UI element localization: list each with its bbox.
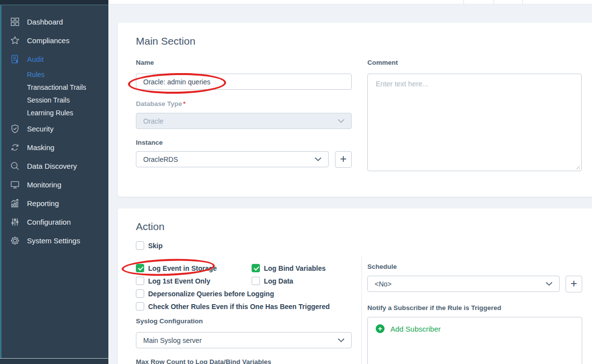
name-input[interactable] [136,74,352,90]
checkbox-depersonalize-queries[interactable]: Depersonalize Queries before Logging [136,289,274,298]
chevron-down-icon [338,338,344,342]
checkbox-log-event-in-storage[interactable]: Log Event in Storage [136,264,217,272]
checkbox-box [136,241,144,250]
instance-label: Instance [136,139,163,146]
monitoring-icon [10,180,20,189]
checkbox-log-bind-variables[interactable]: Log Bind Variables [252,264,326,272]
audit-icon [10,54,20,64]
masking-icon [10,143,20,152]
sidebar-item-reporting[interactable]: Reporting [0,194,108,212]
schedule-select[interactable]: <No> [367,276,560,292]
sidebar-item-data-discovery[interactable]: Data Discovery [0,156,108,175]
comment-label: Comment [367,59,398,66]
main-section-card: Main Section Name Database Type* Oracle … [118,23,592,197]
plus-icon: + [340,154,346,165]
sidebar-item-rules[interactable]: Rules [0,68,108,81]
syslog-configuration-select[interactable]: Main Syslog server [136,332,352,348]
data-discovery-icon [10,161,20,171]
sidebar-item-monitoring[interactable]: Monitoring [0,175,108,194]
max-row-count-label: Max Row Count to Log Data/Bind Variables [136,358,271,364]
security-icon [10,124,20,133]
comment-textarea[interactable] [367,74,582,171]
action-section-card: Action Skip Log Event in Storage Log 1st… [118,208,592,364]
instance-select[interactable]: OracleRDS [136,151,329,167]
checkbox-check-other-rules[interactable]: Check Other Rules Even if this One Has B… [136,302,330,311]
main-content: Main Section Name Database Type* Oracle … [108,4,592,364]
checkbox-box [252,277,260,285]
checkbox-skip[interactable]: Skip [136,241,163,250]
topbar-divider [463,0,464,4]
required-asterisk: * [183,100,185,107]
sidebar-item-session-trails[interactable]: Session Trails [0,94,108,106]
sidebar: Dashboard Compliances Audit Rules Transa… [0,4,108,364]
sidebar-item-learning-rules[interactable]: Learning Rules [0,106,108,119]
subscriber-box: + Add Subscriber [367,317,582,364]
plus-icon: + [570,278,577,289]
chevron-down-icon [338,119,344,123]
compliances-icon [10,36,20,45]
configuration-icon [10,217,20,227]
checkbox-box [136,289,144,298]
sidebar-item-compliances[interactable]: Compliances [0,31,108,50]
sidebar-item-masking[interactable]: Masking [0,138,108,156]
name-label: Name [136,59,154,66]
checkbox-log-data[interactable]: Log Data [252,277,293,285]
sidebar-item-transactional-trails[interactable]: Transactional Trails [0,81,108,94]
sidebar-accent-strip [0,5,1,364]
reporting-icon [10,199,20,208]
checkbox-box [252,264,260,272]
checkbox-log-1st-event-only[interactable]: Log 1st Event Only [136,277,210,285]
system-settings-icon [10,236,20,245]
sidebar-nav: Dashboard Compliances Audit Rules Transa… [0,5,108,250]
schedule-label: Schedule [367,263,397,270]
checkbox-box [136,277,144,285]
action-section-title: Action [136,221,164,233]
sidebar-item-audit[interactable]: Audit [0,50,108,68]
add-schedule-button[interactable]: + [566,276,582,292]
action-column-divider [361,257,362,364]
sidebar-item-security[interactable]: Security [0,119,108,138]
add-subscriber-button[interactable]: + Add Subscriber [376,324,441,333]
topbar-divider [493,0,494,4]
sidebar-item-system-settings[interactable]: System Settings [0,231,108,250]
sidebar-item-dashboard[interactable]: Dashboard [0,12,108,31]
sidebar-footer-strip [0,358,108,364]
plus-circle-icon: + [376,324,385,333]
syslog-configuration-label: Syslog Configuration [136,317,203,325]
notify-subscriber-label: Notify a Subscriber if the Rule is Trigg… [367,304,501,312]
checkbox-box [136,264,144,272]
sidebar-item-configuration[interactable]: Configuration [0,212,108,231]
chevron-down-icon [546,282,552,286]
add-instance-button[interactable]: + [335,151,352,168]
sidebar-header-strip [0,0,108,4]
main-section-title: Main Section [136,35,195,47]
database-type-label: Database Type* [136,100,186,107]
checkbox-box [136,302,144,311]
top-bar [108,0,592,4]
database-type-select[interactable]: Oracle [136,113,352,129]
chevron-down-icon [315,157,321,161]
topbar-divider [522,0,523,4]
dashboard-icon [10,17,20,26]
